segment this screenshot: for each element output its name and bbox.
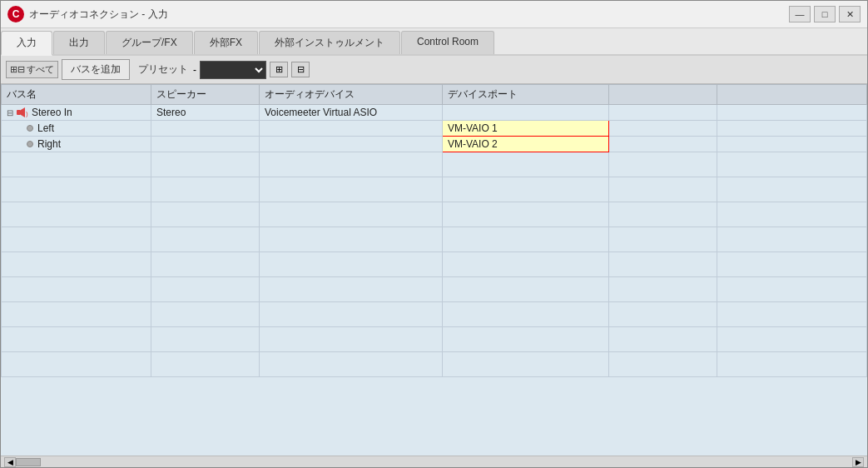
window-title: オーディオコネクション - 入力 bbox=[29, 7, 168, 22]
device-port-cell-left[interactable]: VM-VAIO 1 bbox=[443, 121, 609, 137]
extra2-cell bbox=[717, 121, 867, 137]
speaker-cell bbox=[151, 137, 260, 152]
col-extra1 bbox=[609, 85, 717, 105]
preset-separator: - bbox=[193, 64, 196, 76]
bus-name-cell: Right bbox=[2, 137, 151, 152]
extra2-cell bbox=[717, 105, 867, 121]
table-header: バス名 スピーカー オーディオデバイス デバイスポート bbox=[2, 85, 867, 105]
show-all-label: すべて bbox=[27, 63, 54, 76]
import-icon: ⊞ bbox=[275, 64, 283, 74]
audio-device-cell bbox=[260, 137, 443, 152]
title-bar-controls: — □ ✕ bbox=[789, 6, 861, 22]
grid-expand-icon: ⊞⊟ bbox=[10, 64, 25, 75]
svg-rect-0 bbox=[17, 110, 21, 115]
add-bus-button[interactable]: バスを追加 bbox=[62, 59, 130, 80]
horizontal-scrollbar[interactable]: ◀ ▶ bbox=[1, 456, 867, 467]
svg-marker-1 bbox=[21, 107, 25, 117]
main-window: C オーディオコネクション - 入力 — □ ✕ 入力 出力 グループ/FX 外… bbox=[0, 0, 868, 468]
table-row-empty bbox=[2, 302, 867, 327]
bus-name-cell: Left bbox=[2, 121, 151, 137]
show-hide-all-button[interactable]: ⊞⊟ すべて bbox=[6, 61, 58, 78]
table-row-empty bbox=[2, 202, 867, 227]
scrollbar-track[interactable] bbox=[16, 458, 852, 466]
col-device-port: デバイスポート bbox=[443, 85, 609, 105]
tabs-bar: 入力 出力 グループ/FX 外部FX 外部インストゥルメント Control R… bbox=[1, 28, 867, 56]
table-row-empty bbox=[2, 327, 867, 352]
audio-device-cell bbox=[260, 121, 443, 137]
scrollbar-thumb[interactable] bbox=[16, 458, 41, 466]
bus-table-container[interactable]: バス名 スピーカー オーディオデバイス デバイスポート ⊟ bbox=[1, 84, 867, 456]
bus-name-cell: ⊟ ) Stereo In bbox=[2, 105, 151, 121]
title-bar-left: C オーディオコネクション - 入力 bbox=[7, 6, 168, 22]
extra1-cell bbox=[609, 137, 717, 152]
device-port-cell-right[interactable]: VM-VAIO 2 bbox=[443, 137, 609, 152]
bus-name-label: Right bbox=[37, 138, 61, 150]
scroll-right-button[interactable]: ▶ bbox=[852, 457, 864, 467]
speaker-cell: Stereo bbox=[151, 105, 260, 121]
col-audio-device: オーディオデバイス bbox=[260, 85, 443, 105]
table-row: Right VM-VAIO 2 bbox=[2, 137, 867, 152]
minimize-button[interactable]: — bbox=[789, 6, 811, 22]
tab-control-room[interactable]: Control Room bbox=[401, 31, 494, 54]
icon-export-button[interactable]: ⊟ bbox=[291, 62, 310, 77]
device-port-cell bbox=[443, 105, 609, 121]
table-row-empty bbox=[2, 227, 867, 252]
close-button[interactable]: ✕ bbox=[839, 6, 861, 22]
tab-output[interactable]: 出力 bbox=[53, 31, 105, 54]
table-row-empty bbox=[2, 352, 867, 377]
maximize-button[interactable]: □ bbox=[814, 6, 836, 22]
speaker-icon: ) bbox=[16, 107, 29, 117]
app-icon: C bbox=[7, 6, 24, 22]
table-row-empty bbox=[2, 177, 867, 202]
col-extra2 bbox=[717, 85, 867, 105]
col-bus-name: バス名 bbox=[2, 85, 151, 105]
tab-group-fx[interactable]: グループ/FX bbox=[106, 31, 193, 54]
toolbar: ⊞⊟ すべて バスを追加 プリセット - ⊞ ⊟ bbox=[1, 56, 867, 84]
table-row-empty bbox=[2, 152, 867, 177]
extra1-cell bbox=[609, 105, 717, 121]
table-body: ⊟ ) Stereo In Stereo Voicemeeter Virtual… bbox=[2, 105, 867, 377]
export-icon: ⊟ bbox=[297, 64, 305, 74]
bus-name-label: Stereo In bbox=[32, 107, 72, 118]
svg-text:): ) bbox=[26, 110, 28, 117]
dot-icon bbox=[27, 125, 33, 132]
title-bar: C オーディオコネクション - 入力 — □ ✕ bbox=[1, 1, 867, 28]
bus-table: バス名 スピーカー オーディオデバイス デバイスポート ⊟ bbox=[1, 84, 867, 377]
bus-name-label: Left bbox=[37, 122, 54, 134]
table-row-empty bbox=[2, 277, 867, 302]
dot-icon bbox=[27, 141, 33, 147]
col-speaker: スピーカー bbox=[151, 85, 260, 105]
tab-external-instruments[interactable]: 外部インストゥルメント bbox=[259, 31, 400, 54]
tab-input[interactable]: 入力 bbox=[1, 31, 52, 56]
preset-select[interactable] bbox=[200, 61, 266, 79]
tab-external-fx[interactable]: 外部FX bbox=[194, 31, 258, 54]
table-row: Left VM-VAIO 1 bbox=[2, 121, 867, 137]
table-row: ⊟ ) Stereo In Stereo Voicemeeter Virtual… bbox=[2, 105, 867, 121]
table-row-empty bbox=[2, 252, 867, 277]
extra2-cell bbox=[717, 137, 867, 152]
audio-device-cell: Voicemeeter Virtual ASIO bbox=[260, 105, 443, 121]
scroll-left-button[interactable]: ◀ bbox=[4, 457, 16, 467]
expand-icon[interactable]: ⊟ bbox=[7, 108, 13, 117]
speaker-cell bbox=[151, 121, 260, 137]
extra1-cell bbox=[609, 121, 717, 137]
preset-label: プリセット bbox=[138, 62, 188, 77]
icon-import-button[interactable]: ⊞ bbox=[270, 62, 288, 77]
